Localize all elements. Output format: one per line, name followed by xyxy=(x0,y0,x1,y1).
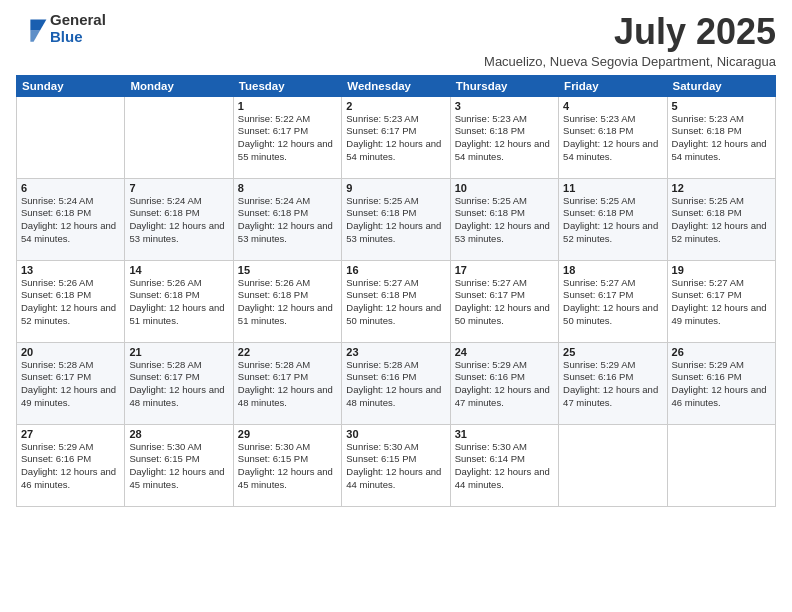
day-info: Sunrise: 5:27 AMSunset: 6:18 PMDaylight:… xyxy=(346,277,445,328)
day-number: 6 xyxy=(21,182,120,194)
calendar-day: 15Sunrise: 5:26 AMSunset: 6:18 PMDayligh… xyxy=(233,260,341,342)
calendar-day xyxy=(17,96,125,178)
calendar-day: 16Sunrise: 5:27 AMSunset: 6:18 PMDayligh… xyxy=(342,260,450,342)
logo-blue: Blue xyxy=(50,29,106,46)
weekday-header: Tuesday xyxy=(233,75,341,96)
calendar-day: 19Sunrise: 5:27 AMSunset: 6:17 PMDayligh… xyxy=(667,260,775,342)
day-number: 30 xyxy=(346,428,445,440)
day-number: 26 xyxy=(672,346,771,358)
day-number: 27 xyxy=(21,428,120,440)
weekday-header: Saturday xyxy=(667,75,775,96)
day-info: Sunrise: 5:29 AMSunset: 6:16 PMDaylight:… xyxy=(21,441,120,492)
day-number: 31 xyxy=(455,428,554,440)
weekday-header: Thursday xyxy=(450,75,558,96)
day-info: Sunrise: 5:28 AMSunset: 6:16 PMDaylight:… xyxy=(346,359,445,410)
calendar-week: 6Sunrise: 5:24 AMSunset: 6:18 PMDaylight… xyxy=(17,178,776,260)
day-info: Sunrise: 5:29 AMSunset: 6:16 PMDaylight:… xyxy=(455,359,554,410)
calendar-day: 6Sunrise: 5:24 AMSunset: 6:18 PMDaylight… xyxy=(17,178,125,260)
day-info: Sunrise: 5:23 AMSunset: 6:18 PMDaylight:… xyxy=(563,113,662,164)
calendar-day: 17Sunrise: 5:27 AMSunset: 6:17 PMDayligh… xyxy=(450,260,558,342)
calendar-day: 14Sunrise: 5:26 AMSunset: 6:18 PMDayligh… xyxy=(125,260,233,342)
logo-text: General Blue xyxy=(50,12,106,45)
day-number: 11 xyxy=(563,182,662,194)
day-info: Sunrise: 5:25 AMSunset: 6:18 PMDaylight:… xyxy=(346,195,445,246)
calendar-header: SundayMondayTuesdayWednesdayThursdayFrid… xyxy=(17,75,776,96)
day-info: Sunrise: 5:27 AMSunset: 6:17 PMDaylight:… xyxy=(672,277,771,328)
day-info: Sunrise: 5:27 AMSunset: 6:17 PMDaylight:… xyxy=(455,277,554,328)
calendar-day: 8Sunrise: 5:24 AMSunset: 6:18 PMDaylight… xyxy=(233,178,341,260)
calendar-body: 1Sunrise: 5:22 AMSunset: 6:17 PMDaylight… xyxy=(17,96,776,506)
weekday-header: Sunday xyxy=(17,75,125,96)
day-number: 22 xyxy=(238,346,337,358)
calendar-day: 31Sunrise: 5:30 AMSunset: 6:14 PMDayligh… xyxy=(450,424,558,506)
day-number: 15 xyxy=(238,264,337,276)
calendar-day: 21Sunrise: 5:28 AMSunset: 6:17 PMDayligh… xyxy=(125,342,233,424)
day-number: 12 xyxy=(672,182,771,194)
day-info: Sunrise: 5:26 AMSunset: 6:18 PMDaylight:… xyxy=(238,277,337,328)
calendar-day: 28Sunrise: 5:30 AMSunset: 6:15 PMDayligh… xyxy=(125,424,233,506)
calendar-day: 24Sunrise: 5:29 AMSunset: 6:16 PMDayligh… xyxy=(450,342,558,424)
calendar-day: 3Sunrise: 5:23 AMSunset: 6:18 PMDaylight… xyxy=(450,96,558,178)
day-info: Sunrise: 5:26 AMSunset: 6:18 PMDaylight:… xyxy=(129,277,228,328)
day-number: 4 xyxy=(563,100,662,112)
calendar-day: 11Sunrise: 5:25 AMSunset: 6:18 PMDayligh… xyxy=(559,178,667,260)
day-info: Sunrise: 5:26 AMSunset: 6:18 PMDaylight:… xyxy=(21,277,120,328)
day-number: 24 xyxy=(455,346,554,358)
day-info: Sunrise: 5:23 AMSunset: 6:18 PMDaylight:… xyxy=(455,113,554,164)
day-info: Sunrise: 5:29 AMSunset: 6:16 PMDaylight:… xyxy=(672,359,771,410)
page: General Blue July 2025 Macuelizo, Nueva … xyxy=(0,0,792,612)
day-number: 25 xyxy=(563,346,662,358)
calendar-day: 7Sunrise: 5:24 AMSunset: 6:18 PMDaylight… xyxy=(125,178,233,260)
calendar-day: 9Sunrise: 5:25 AMSunset: 6:18 PMDaylight… xyxy=(342,178,450,260)
calendar-day: 5Sunrise: 5:23 AMSunset: 6:18 PMDaylight… xyxy=(667,96,775,178)
calendar-day: 22Sunrise: 5:28 AMSunset: 6:17 PMDayligh… xyxy=(233,342,341,424)
calendar-week: 20Sunrise: 5:28 AMSunset: 6:17 PMDayligh… xyxy=(17,342,776,424)
weekday-header: Wednesday xyxy=(342,75,450,96)
calendar: SundayMondayTuesdayWednesdayThursdayFrid… xyxy=(16,75,776,507)
day-info: Sunrise: 5:25 AMSunset: 6:18 PMDaylight:… xyxy=(455,195,554,246)
day-info: Sunrise: 5:25 AMSunset: 6:18 PMDaylight:… xyxy=(672,195,771,246)
day-info: Sunrise: 5:23 AMSunset: 6:17 PMDaylight:… xyxy=(346,113,445,164)
calendar-day: 18Sunrise: 5:27 AMSunset: 6:17 PMDayligh… xyxy=(559,260,667,342)
calendar-day: 12Sunrise: 5:25 AMSunset: 6:18 PMDayligh… xyxy=(667,178,775,260)
calendar-day xyxy=(559,424,667,506)
logo-general: General xyxy=(50,12,106,29)
day-number: 19 xyxy=(672,264,771,276)
day-number: 2 xyxy=(346,100,445,112)
calendar-day: 27Sunrise: 5:29 AMSunset: 6:16 PMDayligh… xyxy=(17,424,125,506)
calendar-day: 2Sunrise: 5:23 AMSunset: 6:17 PMDaylight… xyxy=(342,96,450,178)
day-info: Sunrise: 5:28 AMSunset: 6:17 PMDaylight:… xyxy=(238,359,337,410)
day-info: Sunrise: 5:24 AMSunset: 6:18 PMDaylight:… xyxy=(21,195,120,246)
calendar-day: 25Sunrise: 5:29 AMSunset: 6:16 PMDayligh… xyxy=(559,342,667,424)
day-number: 18 xyxy=(563,264,662,276)
weekday-row: SundayMondayTuesdayWednesdayThursdayFrid… xyxy=(17,75,776,96)
calendar-week: 13Sunrise: 5:26 AMSunset: 6:18 PMDayligh… xyxy=(17,260,776,342)
calendar-day: 30Sunrise: 5:30 AMSunset: 6:15 PMDayligh… xyxy=(342,424,450,506)
day-info: Sunrise: 5:22 AMSunset: 6:17 PMDaylight:… xyxy=(238,113,337,164)
calendar-day: 10Sunrise: 5:25 AMSunset: 6:18 PMDayligh… xyxy=(450,178,558,260)
calendar-week: 1Sunrise: 5:22 AMSunset: 6:17 PMDaylight… xyxy=(17,96,776,178)
calendar-day: 23Sunrise: 5:28 AMSunset: 6:16 PMDayligh… xyxy=(342,342,450,424)
day-info: Sunrise: 5:30 AMSunset: 6:14 PMDaylight:… xyxy=(455,441,554,492)
day-info: Sunrise: 5:30 AMSunset: 6:15 PMDaylight:… xyxy=(129,441,228,492)
weekday-header: Monday xyxy=(125,75,233,96)
day-number: 3 xyxy=(455,100,554,112)
weekday-header: Friday xyxy=(559,75,667,96)
day-number: 5 xyxy=(672,100,771,112)
calendar-day: 26Sunrise: 5:29 AMSunset: 6:16 PMDayligh… xyxy=(667,342,775,424)
day-number: 16 xyxy=(346,264,445,276)
day-number: 9 xyxy=(346,182,445,194)
logo: General Blue xyxy=(16,12,106,45)
calendar-day xyxy=(125,96,233,178)
logo-icon xyxy=(16,13,48,45)
day-number: 8 xyxy=(238,182,337,194)
day-number: 21 xyxy=(129,346,228,358)
title-block: July 2025 Macuelizo, Nueva Segovia Depar… xyxy=(484,12,776,69)
day-info: Sunrise: 5:30 AMSunset: 6:15 PMDaylight:… xyxy=(346,441,445,492)
day-number: 10 xyxy=(455,182,554,194)
day-number: 14 xyxy=(129,264,228,276)
location-subtitle: Macuelizo, Nueva Segovia Department, Nic… xyxy=(484,54,776,69)
calendar-day: 29Sunrise: 5:30 AMSunset: 6:15 PMDayligh… xyxy=(233,424,341,506)
calendar-day: 20Sunrise: 5:28 AMSunset: 6:17 PMDayligh… xyxy=(17,342,125,424)
day-number: 17 xyxy=(455,264,554,276)
